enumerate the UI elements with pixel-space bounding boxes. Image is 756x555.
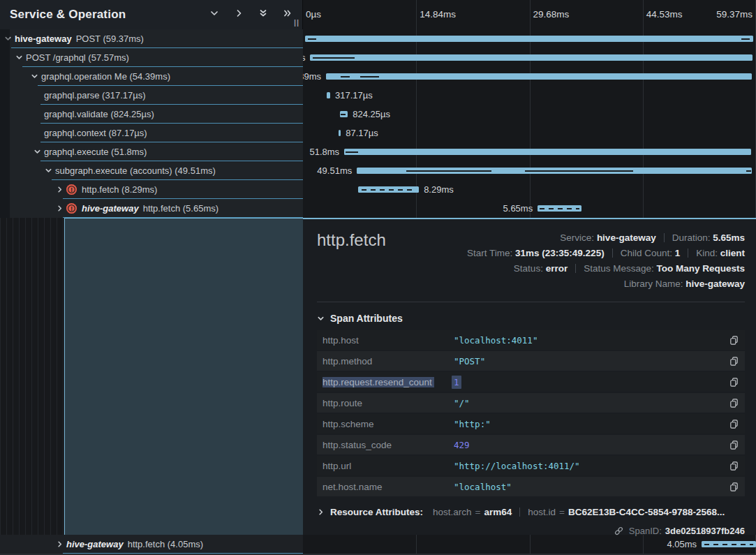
meta-value: 5.65ms [713,232,745,243]
operation-label: graphql.operation Me (54.39ms) [41,71,170,82]
span-bar[interactable] [344,149,751,155]
chevron-right-icon[interactable] [56,205,66,212]
error-icon: ! [66,184,77,195]
operation-label: http.fetch (8.29ms) [82,184,157,195]
attribute-value: 1 [454,377,461,387]
meta-label: Status: [514,263,546,274]
double-chevron-down-icon[interactable] [258,8,268,18]
duration-label: 54.39ms [303,71,321,82]
span-bar[interactable] [339,130,341,136]
span-id-row: SpanID: 3de02518937fb246 [303,517,756,536]
span-attributes-header[interactable]: Span Attributes [303,302,756,330]
span-bar[interactable] [340,111,348,117]
tree-row[interactable]: POST /graphql (57.57ms) [0,48,303,67]
meta-value: Too Many Requests [656,263,745,274]
attribute-key: http.host [323,335,454,346]
resource-attributes-row[interactable]: Resource Attributes: host.arch=arm64host… [303,498,756,517]
tree-row[interactable]: graphql.context (87.17µs) [0,124,303,142]
attribute-value: "http:" [454,419,491,429]
double-chevron-right-icon[interactable] [283,8,292,18]
span-bar[interactable] [305,36,753,42]
span-bar-segment [341,76,349,77]
span-bar[interactable] [326,73,751,80]
span-bar-segment [346,151,358,153]
attribute-value: 429 [454,440,470,450]
resource-attribute-key: host.id [528,507,556,517]
tree-row[interactable]: subgraph.execute (accounts) (49.51ms) [0,161,303,180]
tree-row[interactable]: hive-gatewayPOST (59.37ms) [0,29,303,48]
tree-header: Service & Operation [0,0,302,29]
copy-icon[interactable] [729,335,739,346]
chevron-right-icon[interactable] [56,540,66,548]
operation-label: POST /graphql (57.57ms) [26,52,129,63]
timeline-tick: 29.68ms [533,9,570,20]
timeline-tick: 14.84ms [420,9,456,20]
operation-label: graphql.context (87.17µs) [44,128,147,138]
chevron-down-icon [317,315,325,323]
span-bar[interactable] [538,205,581,212]
copy-icon[interactable] [729,440,739,450]
chevron-down-icon[interactable] [4,35,15,43]
chevron-right-icon[interactable] [234,8,244,18]
span-meta: Service: hive-gatewayDuration: 5.65msSta… [467,230,745,292]
duration-label: 57.57ms [303,52,305,63]
operation-label: subgraph.execute (accounts) (49.51ms) [55,165,216,176]
panel-resize-handle[interactable]: || [294,18,299,27]
tree-row[interactable]: !hive-gatewayhttp.fetch (5.65ms) [0,199,303,218]
meta-label: Start Time: [467,248,515,258]
chevron-down-icon[interactable] [209,8,219,18]
meta-value: 31ms (23:35:49.225) [515,248,605,258]
meta-label: Duration: [672,232,713,243]
copy-icon[interactable] [729,356,739,367]
span-detail-panel: http.fetch Service: hive-gatewayDuration… [303,218,756,535]
copy-icon[interactable] [729,461,739,471]
chevron-right-icon[interactable] [56,186,66,193]
chevron-down-icon[interactable] [15,54,26,61]
timeline-header: 0µs14.84ms29.68ms44.53ms59.37ms [303,0,756,29]
tree-row[interactable]: hive-gatewayhttp.fetch (4.05ms) [0,535,303,554]
timeline-row: 317.17µs [303,86,756,105]
meta-value: hive-gateway [685,279,745,289]
span-bar-dashes [540,208,579,209]
operation-label: http.fetch (5.65ms) [143,203,218,214]
timeline-tick: 59.37ms [716,9,753,20]
chevron-down-icon[interactable] [31,73,41,80]
attribute-row: http.request.resend_count1 [317,372,745,392]
meta-value: error [546,263,568,274]
timeline-row: 49.51ms [303,161,756,180]
tree-row[interactable]: !http.fetch (8.29ms) [0,180,303,199]
timeline-row: 8.29ms [303,180,756,199]
resource-attributes-title: Resource Attributes: [330,507,423,517]
chevron-down-icon[interactable] [34,148,44,156]
span-bar[interactable] [310,54,752,61]
span-bar[interactable] [358,186,419,193]
duration-label: 5.65ms [503,203,533,214]
tree-row[interactable]: graphql.validate (824.25µs) [0,105,303,124]
duration-label: 8.29ms [424,184,454,195]
error-icon: ! [66,203,77,214]
span-bar-dashes [704,544,753,545]
duration-label: 51.8ms [309,147,339,157]
meta-value: 1 [675,248,681,258]
tree-row[interactable]: graphql.execute (51.8ms) [0,142,303,161]
resource-attribute-key: host.arch [433,507,472,517]
span-bar[interactable] [702,541,756,547]
timeline-row: 54.39ms [303,67,756,86]
duration-label: 824.25µs [353,109,390,119]
link-icon[interactable] [614,526,624,536]
attribute-key: http.request.resend_count [323,377,454,387]
copy-icon[interactable] [729,398,739,408]
copy-icon[interactable] [729,482,739,492]
operation-label: graphql.validate (824.25µs) [44,109,154,119]
meta-label: Child Count: [621,248,675,258]
tree-row[interactable]: graphql.operation Me (54.39ms) [0,67,303,86]
copy-icon[interactable] [729,377,739,387]
timeline-row: 51.8ms [303,142,756,161]
span-bar[interactable] [327,92,330,98]
chevron-down-icon[interactable] [45,167,55,175]
span-bar[interactable] [357,168,752,174]
copy-icon[interactable] [729,419,739,429]
tree-row[interactable]: graphql.parse (317.17µs) [0,86,303,105]
attribute-value: "localhost" [454,482,512,492]
operation-label: graphql.execute (51.8ms) [44,147,147,157]
